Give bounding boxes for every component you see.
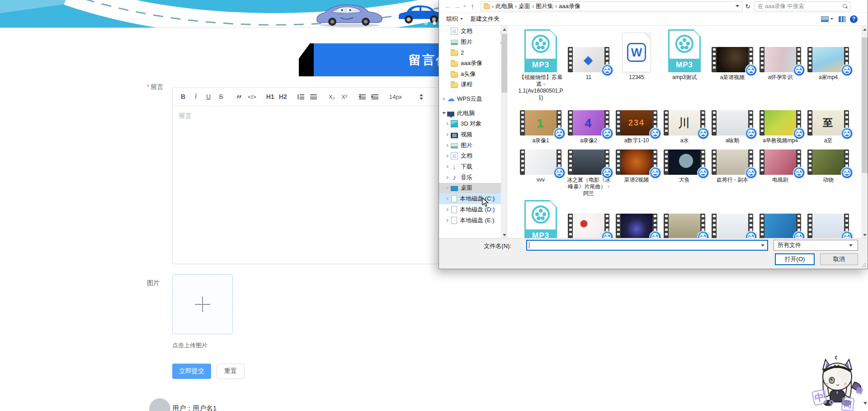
- file-grid-scrollbar[interactable]: [861, 26, 868, 238]
- file-item[interactable]: 川 a水: [660, 107, 708, 144]
- expand-chevron-icon[interactable]: [445, 176, 450, 179]
- refresh-button[interactable]: ↻: [743, 3, 753, 10]
- sidebar-item-this-pc[interactable]: 此电脑: [439, 108, 508, 119]
- search-input[interactable]: [758, 3, 843, 9]
- help-icon[interactable]: ?: [850, 15, 858, 23]
- filename-dropdown-chevron-icon[interactable]: [761, 244, 764, 247]
- file-item[interactable]: MP3 【祖娅纳惜】苏幕遮 - 1.1(Av16080501,P1): [517, 28, 565, 101]
- back-button[interactable]: ←: [443, 3, 453, 10]
- sidebar-item-pictures-2[interactable]: 图片: [439, 140, 508, 151]
- cancel-button[interactable]: 取消: [820, 253, 858, 265]
- resize-grip[interactable]: [862, 263, 866, 267]
- breadcrumb-this-pc[interactable]: 此电脑: [494, 2, 515, 10]
- scrollbar-thumb[interactable]: [862, 37, 868, 173]
- scroll-down-arrow[interactable]: [501, 231, 508, 238]
- heading-2-button[interactable]: H2: [277, 90, 289, 103]
- file-item[interactable]: ◆ 11: [565, 28, 613, 101]
- file-item[interactable]: a家mp4: [804, 28, 852, 101]
- filetype-select[interactable]: 所有文件: [774, 240, 858, 251]
- reset-button[interactable]: 重置: [217, 364, 245, 379]
- details-pane-icon[interactable]: [839, 16, 845, 22]
- file-item[interactable]: 冰之翼（电影《冰峰暴》片尾曲） - 阿兰: [565, 147, 613, 197]
- scroll-up-arrow[interactable]: [501, 26, 508, 33]
- outdent-button[interactable]: [357, 90, 368, 103]
- file-item[interactable]: MP3 amp3测试: [660, 28, 708, 101]
- italic-button[interactable]: I: [190, 90, 202, 103]
- scroll-up-arrow[interactable]: [861, 26, 868, 33]
- expand-chevron-icon[interactable]: [445, 165, 450, 168]
- scrollbar-thumb[interactable]: [501, 34, 507, 93]
- search-box[interactable]: [755, 1, 850, 11]
- file-item[interactable]: 234 a数字1-10: [613, 107, 660, 144]
- sidebar-item-videos[interactable]: 视频: [439, 129, 508, 140]
- indent-button[interactable]: [369, 90, 381, 103]
- view-mode-button[interactable]: [820, 13, 834, 25]
- heading-1-button[interactable]: H1: [264, 90, 276, 103]
- file-item[interactable]: 菜谱2视频: [613, 147, 660, 197]
- file-item[interactable]: 4 a录像2: [565, 107, 613, 144]
- file-item[interactable]: MP3: [517, 200, 565, 243]
- scroll-down-arrow[interactable]: [861, 231, 868, 238]
- sidebar-item-a-avatar[interactable]: a头像: [439, 69, 508, 79]
- file-item[interactable]: a咏鹅: [708, 107, 756, 144]
- image-upload-button[interactable]: [172, 274, 233, 334]
- breadcrumb-aaa-recordings[interactable]: aaa录像: [557, 2, 582, 10]
- sidebar-item-documents-2[interactable]: 文档: [439, 151, 508, 162]
- file-item[interactable]: 至 a至: [804, 107, 852, 144]
- new-folder-button[interactable]: 新建文件夹: [467, 13, 503, 25]
- expand-chevron-icon[interactable]: [445, 144, 450, 147]
- sidebar-item-local-disk-d[interactable]: 本地磁盘 (D:): [439, 204, 508, 215]
- file-item[interactable]: W 12345: [613, 28, 660, 101]
- breadcrumb-picture-set[interactable]: 图片集: [534, 2, 555, 10]
- bold-button[interactable]: B: [177, 90, 189, 103]
- sidebar-item-local-disk-c[interactable]: 本地磁盘 (C:): [439, 193, 508, 204]
- sidebar-item-wps-cloud[interactable]: ☁ WPS云盘: [439, 93, 508, 104]
- expand-chevron-icon[interactable]: [445, 197, 450, 201]
- breadcrumb[interactable]: › 此电脑 › 桌面 › 图片集 › aaa录像: [481, 1, 743, 11]
- ime-charset-badge[interactable]: 简: [841, 397, 855, 411]
- file-item[interactable]: [660, 200, 708, 243]
- file-item[interactable]: a菜谱视频: [708, 28, 756, 101]
- expand-chevron-icon[interactable]: [445, 133, 450, 136]
- ime-widget[interactable]: 中 简: [806, 356, 868, 411]
- sidebar-item-pictures[interactable]: 图片: [439, 37, 508, 47]
- font-size-stepper[interactable]: [415, 90, 427, 103]
- submit-button[interactable]: 立即提交: [172, 364, 211, 379]
- file-item[interactable]: [756, 200, 804, 243]
- ime-menu-chevron-icon[interactable]: [863, 402, 867, 405]
- sidebar-item-aaa-recordings[interactable]: aaa录像: [439, 58, 508, 69]
- file-item[interactable]: 盗将行 - 副本: [708, 147, 756, 197]
- ime-mode-badge[interactable]: 中: [811, 389, 827, 406]
- ordered-list-button[interactable]: [295, 90, 307, 103]
- carousel-dots[interactable]: [424, 21, 436, 25]
- sidebar-item-3d-objects[interactable]: 3D 对象: [439, 119, 508, 130]
- file-item[interactable]: [565, 200, 613, 243]
- expand-chevron-icon[interactable]: [445, 122, 450, 126]
- sidebar-item-documents[interactable]: 文档: [439, 26, 508, 37]
- file-item[interactable]: 电视剧: [756, 147, 804, 197]
- expand-chevron-icon[interactable]: [445, 186, 450, 190]
- font-size-value[interactable]: 14px: [387, 90, 404, 103]
- organize-menu-button[interactable]: 组织: [443, 13, 467, 25]
- file-item[interactable]: 大鱼: [660, 147, 708, 197]
- code-view-button[interactable]: </>: [246, 90, 258, 103]
- address-dropdown-chevron-icon[interactable]: [736, 5, 739, 7]
- subscript-button[interactable]: X₂: [326, 90, 338, 103]
- file-item[interactable]: [708, 200, 756, 243]
- forward-button[interactable]: →: [453, 3, 462, 10]
- sidebar-item-downloads[interactable]: ↓ 下载: [439, 161, 508, 172]
- underline-button[interactable]: U: [203, 90, 214, 103]
- file-item[interactable]: [613, 200, 660, 243]
- file-item[interactable]: a早教视频mp4: [756, 107, 804, 144]
- up-button[interactable]: ↑: [468, 3, 477, 10]
- filename-input[interactable]: [526, 240, 768, 251]
- sidebar-scrollbar[interactable]: [501, 26, 508, 238]
- file-item[interactable]: 动物: [804, 147, 852, 197]
- open-button[interactable]: 打开(O): [775, 253, 815, 265]
- sidebar-item-desktop[interactable]: 桌面: [439, 183, 508, 194]
- collapse-chevron-icon[interactable]: [442, 112, 446, 114]
- sidebar-item-courses[interactable]: 课程: [439, 79, 508, 90]
- expand-chevron-icon[interactable]: [445, 208, 450, 211]
- file-item[interactable]: 1 a录像1: [517, 107, 565, 144]
- strikethrough-button[interactable]: S: [215, 90, 227, 103]
